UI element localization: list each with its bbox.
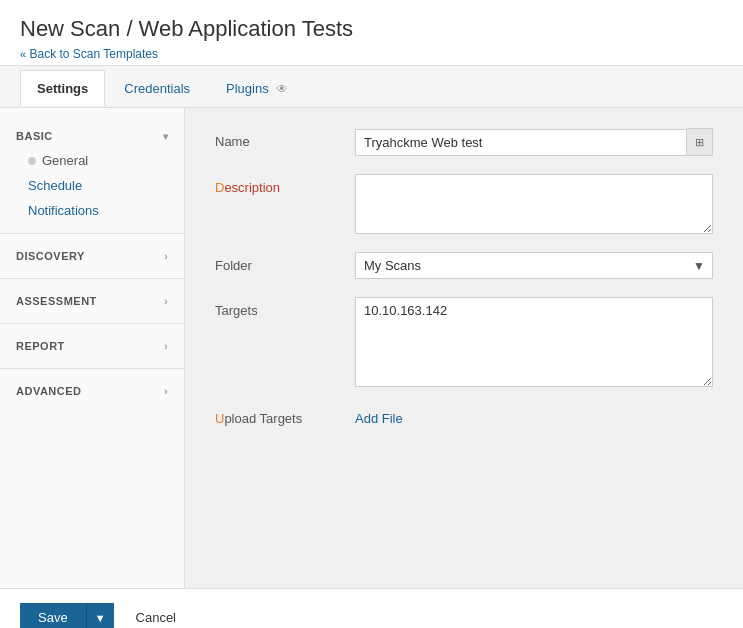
save-button-group: Save ▼ bbox=[20, 603, 114, 628]
form-row-description: Description bbox=[215, 174, 713, 234]
page-header: New Scan / Web Application Tests « Back … bbox=[0, 0, 743, 66]
sidebar-item-label-schedule: Schedule bbox=[28, 178, 82, 193]
main-content: BASIC ▾ General Schedule Notifications D… bbox=[0, 108, 743, 588]
sidebar-section-header-basic[interactable]: BASIC ▾ bbox=[0, 124, 184, 148]
sidebar-item-schedule[interactable]: Schedule bbox=[0, 173, 184, 198]
add-file-link[interactable]: Add File bbox=[355, 405, 403, 426]
sidebar-item-label-notifications: Notifications bbox=[28, 203, 99, 218]
divider-2 bbox=[0, 278, 184, 279]
back-link-text: Back to Scan Templates bbox=[29, 47, 158, 61]
chevron-down-icon-basic: ▾ bbox=[163, 131, 169, 142]
chevron-right-icon-assessment: › bbox=[164, 296, 168, 307]
footer: Save ▼ Cancel bbox=[0, 588, 743, 628]
chevron-right-icon-report: › bbox=[164, 341, 168, 352]
form-row-folder: Folder My Scans All Scans ▼ bbox=[215, 252, 713, 279]
name-input-wrapper: ⊞ bbox=[355, 128, 713, 156]
save-dropdown-button[interactable]: ▼ bbox=[87, 603, 114, 628]
form-area: Name ⊞ Description Folder My Scans bbox=[185, 108, 743, 588]
form-row-targets: Targets 10.10.163.142 bbox=[215, 297, 713, 387]
sidebar-section-label-assessment: ASSESSMENT bbox=[16, 295, 97, 307]
form-inner: Name ⊞ Description Folder My Scans bbox=[215, 128, 713, 426]
sidebar-section-header-advanced[interactable]: ADVANCED › bbox=[0, 379, 184, 403]
folder-label: Folder bbox=[215, 252, 355, 273]
sidebar-section-basic: BASIC ▾ General Schedule Notifications bbox=[0, 118, 184, 229]
name-input[interactable] bbox=[355, 129, 687, 156]
tab-credentials[interactable]: Credentials bbox=[107, 70, 207, 106]
folder-select-wrapper: My Scans All Scans ▼ bbox=[355, 252, 713, 279]
targets-textarea[interactable]: 10.10.163.142 bbox=[355, 297, 713, 387]
name-label: Name bbox=[215, 128, 355, 149]
upload-targets-label: Upload Targets bbox=[215, 405, 355, 426]
name-special-button[interactable]: ⊞ bbox=[687, 128, 713, 156]
sidebar-item-notifications[interactable]: Notifications bbox=[0, 198, 184, 223]
eye-icon: 👁 bbox=[276, 82, 288, 96]
back-arrow-icon: « bbox=[20, 48, 26, 60]
form-row-name: Name ⊞ bbox=[215, 128, 713, 156]
back-to-scan-templates-link[interactable]: « Back to Scan Templates bbox=[20, 47, 158, 61]
description-textarea[interactable] bbox=[355, 174, 713, 234]
description-label: Description bbox=[215, 174, 355, 195]
folder-select[interactable]: My Scans All Scans bbox=[355, 252, 713, 279]
sidebar-section-label-basic: BASIC bbox=[16, 130, 53, 142]
sidebar-item-general[interactable]: General bbox=[0, 148, 184, 173]
chevron-right-icon-discovery: › bbox=[164, 251, 168, 262]
sidebar-section-header-report[interactable]: REPORT › bbox=[0, 334, 184, 358]
save-button[interactable]: Save bbox=[20, 603, 87, 628]
divider-3 bbox=[0, 323, 184, 324]
sidebar-section-report: REPORT › bbox=[0, 328, 184, 364]
sidebar-section-label-report: REPORT bbox=[16, 340, 65, 352]
sidebar: BASIC ▾ General Schedule Notifications D… bbox=[0, 108, 185, 588]
sidebar-section-assessment: ASSESSMENT › bbox=[0, 283, 184, 319]
sidebar-section-discovery: DISCOVERY › bbox=[0, 238, 184, 274]
sidebar-section-header-assessment[interactable]: ASSESSMENT › bbox=[0, 289, 184, 313]
tab-settings[interactable]: Settings bbox=[20, 70, 105, 106]
sidebar-section-label-advanced: ADVANCED bbox=[16, 385, 82, 397]
divider-1 bbox=[0, 233, 184, 234]
sidebar-section-advanced: ADVANCED › bbox=[0, 373, 184, 409]
general-dot-icon bbox=[28, 157, 36, 165]
save-dropdown-arrow-icon: ▼ bbox=[95, 612, 106, 624]
sidebar-item-label-general: General bbox=[42, 153, 88, 168]
page-title: New Scan / Web Application Tests bbox=[20, 16, 723, 42]
tabs-bar: Settings Credentials Plugins 👁 bbox=[0, 66, 743, 108]
sidebar-section-label-discovery: DISCOVERY bbox=[16, 250, 85, 262]
cancel-button[interactable]: Cancel bbox=[122, 603, 190, 628]
chevron-right-icon-advanced: › bbox=[164, 386, 168, 397]
divider-4 bbox=[0, 368, 184, 369]
form-row-upload-targets: Upload Targets Add File bbox=[215, 405, 713, 426]
sidebar-section-header-discovery[interactable]: DISCOVERY › bbox=[0, 244, 184, 268]
targets-label: Targets bbox=[215, 297, 355, 318]
tab-plugins[interactable]: Plugins 👁 bbox=[209, 70, 305, 106]
